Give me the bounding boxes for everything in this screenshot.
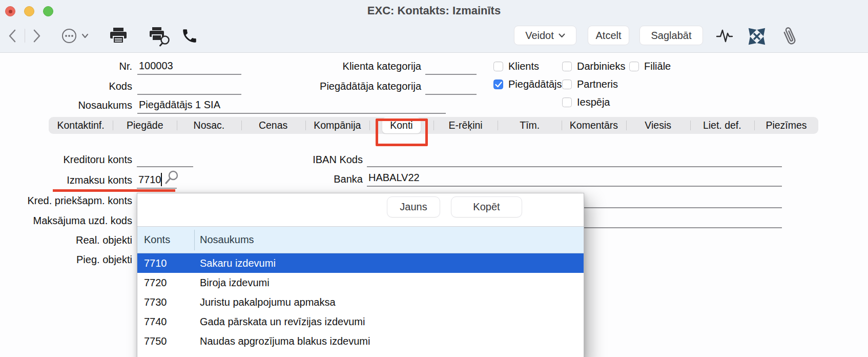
row-konts: 7730 xyxy=(144,292,167,312)
table-row[interactable]: 7730 Juristu pakalpojumu apmaksa xyxy=(137,292,584,312)
checkbox-piegadatajs[interactable] xyxy=(493,80,503,89)
operations-menu-chevron[interactable] xyxy=(80,32,90,39)
nav-forward-button[interactable] xyxy=(30,28,43,44)
print-preview-icon xyxy=(148,26,172,47)
tab-kompanija[interactable]: Kompānija xyxy=(305,117,369,134)
maksajuma-uzd-kods-label: Maksājuma uzd. kods xyxy=(10,214,132,227)
row-nosaukums: Biroja izdevumi xyxy=(200,273,270,292)
klienta-kategorija-input[interactable] xyxy=(425,57,477,75)
ellipsis-circle-icon xyxy=(61,28,77,44)
app-window: EXC: Kontakts: Izmainīts xyxy=(0,0,868,357)
table-row[interactable]: 7720 Biroja izdevumi xyxy=(137,273,584,292)
nr-input[interactable]: 100003 xyxy=(137,57,241,75)
save-button[interactable]: Saglabāt xyxy=(639,26,703,45)
table-row[interactable]: 7750 Naudas apgrozījuma blakus izdevumi xyxy=(137,331,584,351)
chevron-down-icon xyxy=(81,33,89,39)
tab-cenas[interactable]: Cenas xyxy=(241,117,305,134)
table-row[interactable]: 7710 Sakaru izdevumi xyxy=(137,253,584,273)
row-nosaukums: Juristu pakalpojumu apmaksa xyxy=(200,292,336,312)
text-caret xyxy=(161,173,162,186)
create-button-label: Veidot xyxy=(525,30,554,42)
nosaukums-input[interactable]: Piegādātājs 1 SIA xyxy=(137,96,446,114)
popup-new-button[interactable]: Jauns xyxy=(387,196,440,217)
annotation-underline-izmaksu-konts xyxy=(53,189,175,192)
tab-bar: Kontaktinf. Piegāde Nosac. Cenas Kompāni… xyxy=(49,117,818,134)
column-divider xyxy=(194,230,195,250)
cancel-button[interactable]: Atcelt xyxy=(588,26,629,45)
print-button[interactable] xyxy=(108,26,129,46)
tab-liet-def[interactable]: Liet. def. xyxy=(690,117,754,134)
tab-kontaktinf[interactable]: Kontaktinf. xyxy=(49,117,113,134)
row-konts: 7720 xyxy=(144,273,167,292)
attachments-button[interactable] xyxy=(781,26,799,47)
nosaukums-label: Nosaukums xyxy=(20,99,132,111)
popup-new-button-label: Jauns xyxy=(400,201,427,213)
row-nosaukums: Naudas apgrozījuma blakus izdevumi xyxy=(200,331,370,351)
kods-input[interactable] xyxy=(137,77,241,95)
piegadataja-kategorija-label: Piegādātāja kategorija xyxy=(298,80,421,92)
checkbox-darbinieks-label: Darbinieks xyxy=(577,60,625,72)
pulse-icon xyxy=(715,28,734,44)
banka-value: HABALV22 xyxy=(367,169,782,186)
column-header-nosaukums: Nosaukums xyxy=(200,227,254,253)
row-nosaukums: Sakaru izdevumi xyxy=(200,253,276,273)
nav-back-button[interactable] xyxy=(6,28,19,44)
checkbox-partneris-label: Partneris xyxy=(577,78,618,90)
call-button[interactable] xyxy=(179,26,200,46)
real-objekti-label: Real. objekti xyxy=(10,234,132,246)
nosaukums-value: Piegādātājs 1 SIA xyxy=(137,96,446,113)
nr-value: 100003 xyxy=(137,57,241,74)
checkbox-iespeja[interactable] xyxy=(562,97,572,107)
annotation-highlight-box-konti xyxy=(376,118,428,146)
row-konts: 7740 xyxy=(144,312,167,331)
row-konts: 7710 xyxy=(144,253,167,273)
nr-label: Nr. xyxy=(20,60,132,72)
column-header-konts: Konts xyxy=(144,227,170,253)
tab-tim[interactable]: Tīm. xyxy=(498,117,562,134)
tab-erekini[interactable]: E-rēķini xyxy=(433,117,498,134)
checkbox-filiale[interactable] xyxy=(629,62,639,71)
magnifier-icon xyxy=(163,169,180,186)
tab-viesis[interactable]: Viesis xyxy=(626,117,690,134)
paste-special-button[interactable] xyxy=(163,169,180,186)
cancel-button-label: Atcelt xyxy=(595,30,621,42)
checkbox-darbinieks[interactable] xyxy=(562,62,572,71)
pieg-objekti-label: Pieg. objekti xyxy=(10,253,132,266)
tab-piezimes[interactable]: Piezīmes xyxy=(754,117,818,134)
tab-piegade[interactable]: Piegāde xyxy=(113,117,177,134)
kods-label: Kods xyxy=(20,80,132,92)
printer-icon xyxy=(109,27,128,45)
piegadataja-kategorija-input[interactable] xyxy=(425,77,477,95)
toolbar-divider xyxy=(25,29,25,43)
paste-special-popup: Jauns Kopēt Konts Nosaukums 7710 Sakaru … xyxy=(137,193,584,357)
chevron-right-icon xyxy=(31,29,42,43)
izmaksu-konts-label: Izmaksu konts xyxy=(10,174,132,186)
banka-label: Banka xyxy=(260,173,363,185)
table-row[interactable]: 7740 Gada pārskata un revīzijas izdevumi xyxy=(137,312,584,331)
klienta-kategorija-label: Klienta kategorija xyxy=(298,60,421,72)
tab-nosac[interactable]: Nosac. xyxy=(177,117,241,134)
checkbox-iespeja-label: Iespēja xyxy=(577,96,610,108)
expand-icon xyxy=(748,28,766,45)
activity-button[interactable] xyxy=(714,27,735,45)
kreditoru-konts-label: Kreditoru konts xyxy=(10,153,132,166)
expand-button[interactable] xyxy=(747,27,767,46)
popup-copy-button[interactable]: Kopēt xyxy=(451,196,522,217)
popup-copy-button-label: Kopēt xyxy=(473,201,500,213)
banka-input[interactable]: HABALV22 xyxy=(367,169,782,187)
checkbox-filiale-label: Filiāle xyxy=(644,60,671,72)
popup-table-header: Konts Nosaukums xyxy=(137,226,584,253)
row-konts: 7750 xyxy=(144,331,167,351)
popup-table-rows: 7710 Sakaru izdevumi 7720 Biroja izdevum… xyxy=(137,253,584,357)
chevron-left-icon xyxy=(8,29,18,43)
create-button[interactable]: Veidot xyxy=(514,26,576,45)
operations-menu-button[interactable] xyxy=(60,27,78,45)
checkbox-piegadatajs-label: Piegādātājs xyxy=(508,78,562,90)
checkbox-partneris[interactable] xyxy=(562,80,572,89)
iban-kods-input[interactable] xyxy=(367,150,782,167)
tab-komentars[interactable]: Komentārs xyxy=(562,117,626,134)
checkbox-klients[interactable] xyxy=(493,62,503,71)
kreditoru-konts-input[interactable] xyxy=(137,150,193,167)
paperclip-icon xyxy=(778,24,802,49)
print-preview-button[interactable] xyxy=(148,26,172,47)
